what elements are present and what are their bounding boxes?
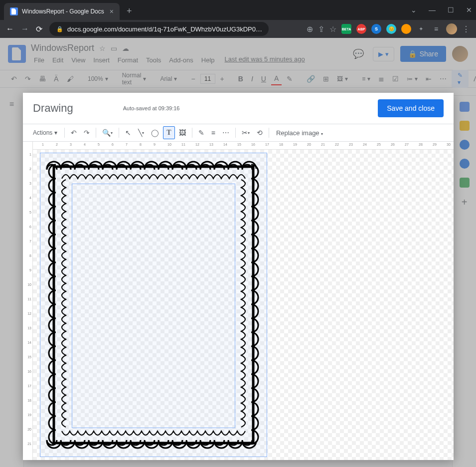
shape-tool[interactable]: ◯	[148, 127, 162, 139]
window-dropdown-icon[interactable]: ⌄	[411, 6, 417, 14]
search-icon[interactable]: ⊕	[307, 24, 313, 34]
inner-text-box[interactable]	[72, 184, 235, 428]
close-tab-icon[interactable]: ×	[110, 7, 114, 15]
redo-button[interactable]: ↷	[81, 127, 93, 139]
autosave-status: Auto-saved at 09:39:16	[123, 105, 180, 111]
save-and-close-button[interactable]: Save and close	[378, 99, 444, 117]
address-bar: ← → ⟳ 🔒 docs.google.com/document/d/1q-71…	[0, 20, 476, 38]
vertical-ruler[interactable]: 123456789101112131415161718192021	[23, 142, 33, 460]
ext-s-icon[interactable]: S	[371, 24, 381, 34]
replace-image-button[interactable]: Replace image ▾	[272, 127, 327, 139]
tab-title: WindowsReport - Google Docs	[22, 8, 106, 15]
ext-robot-icon[interactable]: 😊	[386, 24, 396, 34]
canvas-area: 123456789101112131415161718192021 123456…	[23, 142, 454, 460]
url-text: docs.google.com/document/d/1q-71oFwK_DWh…	[67, 25, 262, 33]
nav-back-button[interactable]: ←	[6, 24, 14, 33]
browser-menu-icon[interactable]: ⋮	[462, 24, 470, 34]
nav-forward-button[interactable]: →	[21, 24, 29, 33]
drawing-canvas[interactable]	[33, 150, 454, 460]
window-close-icon[interactable]: ✕	[466, 6, 472, 14]
border-color-button[interactable]: ✎	[195, 127, 207, 139]
border-dash-button[interactable]: ⋯	[219, 127, 232, 139]
lock-icon: 🔒	[56, 26, 63, 32]
drawing-dialog: Drawing Auto-saved at 09:39:16 Save and …	[23, 93, 454, 460]
crop-button[interactable]: ✂▾	[239, 127, 253, 139]
window-controls: ⌄ — ☐ ✕	[411, 6, 472, 14]
ext-fox-icon[interactable]	[401, 24, 411, 34]
extension-icons: ⊕ ⇪ ☆ BETA ABP S 😊 ✦ ≡ ⋮	[307, 23, 470, 34]
undo-button[interactable]: ↶	[68, 127, 80, 139]
drawing-toolbar: Actions▾ ↶ ↷ 🔍▾ ↖ ╲▾ ◯ T 🖼 ✎ ≡ ⋯ ✂▾ ⟲ Re…	[23, 124, 454, 142]
browser-tab-strip: WindowsReport - Google Docs × + ⌄ — ☐ ✕	[0, 0, 476, 20]
border-weight-button[interactable]: ≡	[208, 127, 218, 139]
actions-menu[interactable]: Actions▾	[29, 127, 61, 138]
text-box-tool[interactable]: T	[163, 126, 174, 139]
ext-abp-icon[interactable]: ABP	[356, 24, 366, 34]
horizontal-ruler[interactable]: 1234567891011121314151617181920212223242…	[33, 142, 454, 150]
share-page-icon[interactable]: ⇪	[318, 24, 324, 34]
browser-tab[interactable]: WindowsReport - Google Docs ×	[4, 3, 120, 20]
ext-beta-icon[interactable]: BETA	[341, 24, 351, 34]
zoom-button[interactable]: 🔍▾	[99, 127, 116, 139]
docs-favicon	[10, 7, 18, 15]
image-tool[interactable]: 🖼	[176, 127, 189, 139]
url-input[interactable]: 🔒 docs.google.com/document/d/1q-71oFwK_D…	[49, 22, 269, 36]
dialog-title: Drawing	[33, 102, 73, 115]
nav-reload-button[interactable]: ⟳	[36, 24, 42, 34]
new-tab-button[interactable]: +	[127, 6, 132, 16]
ext-puzzle-icon[interactable]: ✦	[416, 24, 426, 34]
ext-readlist-icon[interactable]: ≡	[431, 24, 441, 34]
line-tool[interactable]: ╲▾	[135, 127, 147, 139]
bookmark-star-icon[interactable]: ☆	[329, 24, 336, 34]
window-maximize-icon[interactable]: ☐	[448, 6, 454, 14]
select-tool[interactable]: ↖	[122, 127, 134, 139]
dialog-header: Drawing Auto-saved at 09:39:16 Save and …	[23, 93, 454, 124]
reset-image-button[interactable]: ⟲	[254, 127, 266, 139]
browser-profile-avatar[interactable]	[446, 23, 457, 34]
window-minimize-icon[interactable]: —	[429, 6, 436, 14]
